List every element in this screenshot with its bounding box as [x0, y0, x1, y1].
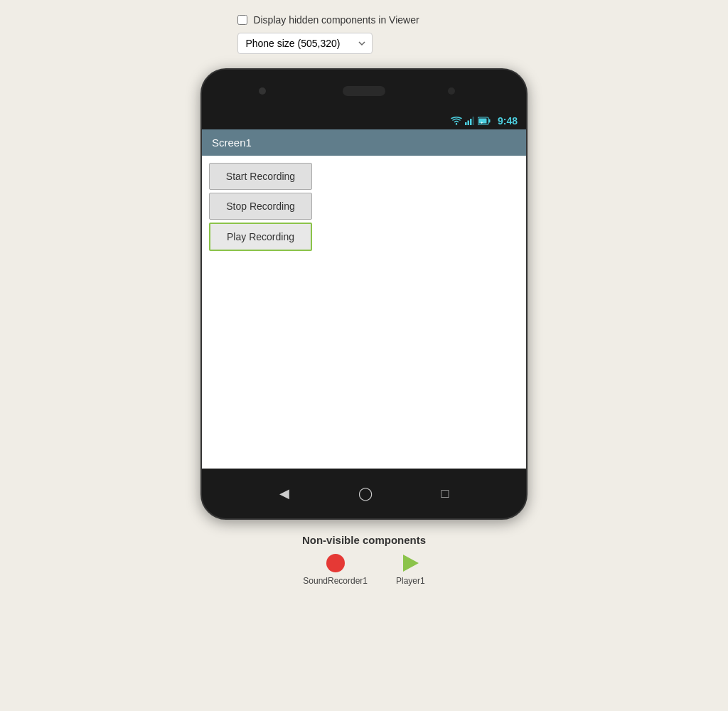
phone-size-select[interactable]: Phone size (505,320) Tablet size (1024,6… [237, 33, 373, 54]
svg-text:+: + [481, 120, 483, 124]
stop-recording-button[interactable]: Stop Recording [209, 193, 312, 220]
status-icons: + [451, 117, 491, 125]
back-button[interactable]: ◀ [279, 486, 289, 501]
phone-sensor [448, 87, 455, 95]
status-bar: + 9:48 [202, 112, 526, 129]
sound-recorder-label: SoundRecorder1 [303, 576, 368, 586]
phone-frame: + 9:48 Screen1 Start Recording Stop Reco… [200, 68, 528, 520]
phone-bottom-bar: ◀ ◯ □ [202, 469, 526, 518]
status-time: 9:48 [498, 115, 518, 127]
svg-rect-2 [467, 121, 469, 126]
phone-top-bar [202, 70, 526, 112]
svg-point-0 [456, 123, 457, 124]
display-hidden-label: Display hidden components in Viewer [253, 14, 419, 26]
svg-rect-4 [472, 117, 474, 125]
player-icon [400, 553, 420, 573]
screen-title-bar: Screen1 [202, 129, 526, 156]
phone-device: + 9:48 Screen1 Start Recording Stop Reco… [200, 68, 528, 586]
player-item[interactable]: Player1 [396, 553, 425, 586]
phone-screen: Start Recording Stop Recording Play Reco… [202, 156, 526, 469]
phone-speaker [343, 86, 385, 96]
svg-marker-10 [403, 555, 419, 572]
start-recording-button[interactable]: Start Recording [209, 163, 312, 190]
home-button[interactable]: ◯ [358, 486, 373, 501]
signal-icon [465, 117, 475, 125]
recents-button[interactable]: □ [441, 486, 449, 501]
sound-recorder-icon [326, 553, 346, 573]
play-recording-button[interactable]: Play Recording [209, 223, 312, 251]
non-visible-section: Non-visible components SoundRecorder1 Pl… [302, 534, 426, 586]
non-visible-items: SoundRecorder1 Player1 [303, 553, 424, 586]
non-visible-label: Non-visible components [302, 534, 426, 546]
svg-rect-3 [470, 119, 472, 125]
front-camera [259, 87, 266, 95]
player-label: Player1 [396, 576, 425, 586]
battery-icon: + [478, 117, 491, 125]
wifi-icon [451, 117, 462, 125]
svg-rect-1 [465, 122, 467, 125]
display-hidden-checkbox[interactable] [237, 15, 247, 25]
screen-title: Screen1 [212, 137, 252, 149]
svg-point-9 [326, 554, 345, 572]
svg-rect-6 [488, 119, 490, 123]
sound-recorder-item[interactable]: SoundRecorder1 [303, 553, 368, 586]
